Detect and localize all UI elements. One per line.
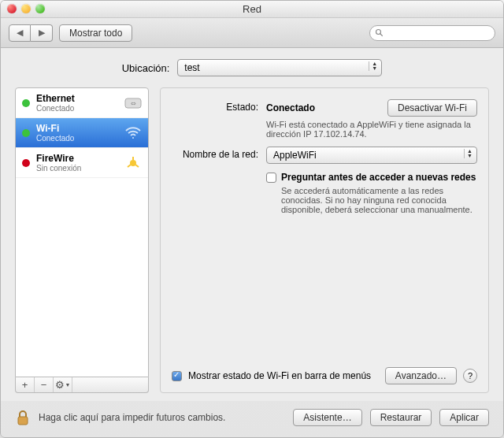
sidebar-footer: + − ⚙▼ <box>15 377 149 393</box>
advanced-button[interactable]: Avanzado… <box>385 367 457 384</box>
location-label: Ubicación: <box>122 62 170 74</box>
svg-line-1 <box>380 33 383 35</box>
gear-menu-button[interactable]: ⚙▼ <box>54 377 72 392</box>
remove-service-button[interactable]: − <box>35 377 54 392</box>
show-wifi-menu-checkbox[interactable] <box>172 371 182 381</box>
toolbar: ◀ ▶ Mostrar todo <box>1 18 503 48</box>
svg-line-7 <box>128 165 131 167</box>
sidebar-item-status: Sin conexión <box>36 164 118 173</box>
forward-button[interactable]: ▶ <box>31 24 53 42</box>
add-service-button[interactable]: + <box>16 377 35 392</box>
status-dot-icon <box>22 99 30 107</box>
svg-text:⇔: ⇔ <box>131 100 136 107</box>
show-wifi-menu-label: Mostrar estado de Wi-Fi en barra de menú… <box>188 370 371 381</box>
back-button[interactable]: ◀ <box>9 24 31 42</box>
services-sidebar: Ethernet Conectado ⇔ Wi-Fi Conectado <box>15 87 149 393</box>
nav-segmented: ◀ ▶ <box>9 24 53 42</box>
select-arrows-icon: ▲▼ <box>464 149 473 158</box>
zoom-icon[interactable] <box>35 4 45 13</box>
svg-line-8 <box>135 165 139 167</box>
ask-new-networks-checkbox[interactable] <box>266 173 276 183</box>
sidebar-item-firewire[interactable]: FireWire Sin conexión <box>16 148 148 178</box>
svg-rect-9 <box>18 417 28 425</box>
assistant-button[interactable]: Asistente… <box>293 409 361 426</box>
ask-new-networks-label: Preguntar antes de acceder a nuevas rede… <box>281 172 477 183</box>
sidebar-item-status: Conectado <box>36 134 118 143</box>
status-dot-icon <box>22 159 30 167</box>
bottom-bar: Haga clic aquí para impedir futuros camb… <box>1 401 503 437</box>
location-select[interactable]: test ▲▼ <box>177 59 382 76</box>
apply-button[interactable]: Aplicar <box>439 409 489 426</box>
state-label: Estado: <box>172 99 266 113</box>
revert-button[interactable]: Restaurar <box>370 409 432 426</box>
preferences-window: Red ◀ ▶ Mostrar todo Ubicación: test ▲▼ <box>0 0 504 438</box>
location-row: Ubicación: test ▲▼ <box>15 59 489 76</box>
close-icon[interactable] <box>7 4 17 13</box>
lock-icon[interactable] <box>15 409 31 426</box>
search-icon <box>375 28 384 38</box>
status-dot-icon <box>22 129 30 137</box>
state-description: Wi-Fi está conectado a AppleWiFi y tiene… <box>266 120 471 139</box>
search-input[interactable] <box>369 25 495 41</box>
sidebar-item-wifi[interactable]: Wi-Fi Conectado <box>16 118 148 148</box>
sidebar-item-ethernet[interactable]: Ethernet Conectado ⇔ <box>16 88 148 118</box>
gear-icon: ⚙ <box>55 379 65 391</box>
minimize-icon[interactable] <box>21 4 31 13</box>
location-value: test <box>184 62 199 73</box>
traffic-lights <box>7 4 45 13</box>
svg-point-0 <box>376 29 381 34</box>
toggle-wifi-button[interactable]: Desactivar Wi-Fi <box>387 99 477 117</box>
sidebar-item-label: Wi-Fi <box>36 123 118 134</box>
detail-panel: Estado: Conectado Desactivar Wi-Fi Wi-Fi… <box>160 87 489 393</box>
network-label: Nombre de la red: <box>172 147 266 160</box>
firewire-icon <box>124 156 142 170</box>
window-title: Red <box>243 3 261 15</box>
ask-new-networks-description: Se accederá automáticamente a las redes … <box>281 186 477 214</box>
ethernet-icon: ⇔ <box>124 96 142 110</box>
help-button[interactable]: ? <box>463 369 477 383</box>
sidebar-item-status: Conectado <box>36 104 118 113</box>
lock-text[interactable]: Haga clic aquí para impedir futuros camb… <box>39 412 225 423</box>
svg-point-4 <box>132 137 134 139</box>
state-value: Conectado <box>266 102 315 113</box>
title-bar: Red <box>1 1 503 18</box>
wifi-icon <box>124 126 142 140</box>
network-select[interactable]: AppleWiFi ▲▼ <box>266 147 477 164</box>
select-arrows-icon: ▲▼ <box>369 61 378 71</box>
network-value: AppleWiFi <box>273 150 317 161</box>
sidebar-item-label: FireWire <box>36 153 118 164</box>
sidebar-item-label: Ethernet <box>36 93 118 104</box>
show-all-button[interactable]: Mostrar todo <box>59 24 132 42</box>
content-area: Ubicación: test ▲▼ Ethernet Conectado <box>1 48 503 401</box>
